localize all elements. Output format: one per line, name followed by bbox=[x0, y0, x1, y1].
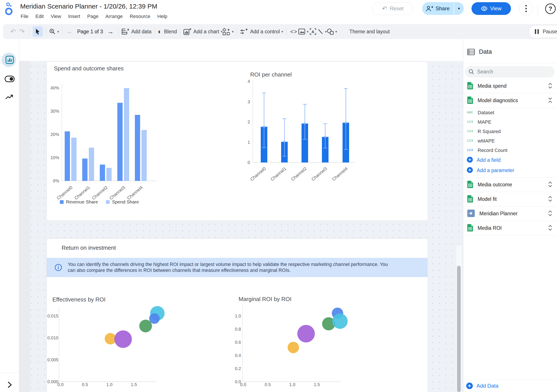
bar-spend-Channel1[interactable] bbox=[89, 147, 94, 181]
community-visualizations-button[interactable]: ▾ bbox=[222, 26, 234, 37]
document-title[interactable]: Meridian Scenario Planner - 1/20/26, 12:… bbox=[20, 3, 157, 10]
data-source-media-outcome[interactable]: Media outcome bbox=[463, 178, 557, 192]
svg-text:0.5: 0.5 bbox=[82, 382, 88, 387]
bubble-effectiveness-by-roi-4[interactable] bbox=[149, 313, 160, 324]
theme-and-layout-button[interactable]: Theme and layout bbox=[349, 29, 390, 35]
menu-view[interactable]: View bbox=[47, 12, 65, 21]
bar-revenue-Channel0[interactable] bbox=[65, 131, 70, 181]
expand-icon[interactable] bbox=[548, 181, 553, 188]
field-r-squared[interactable]: 123R Squared bbox=[463, 127, 557, 136]
previous-page-button[interactable]: ← bbox=[65, 26, 74, 37]
add-a-field-button[interactable]: Add a field bbox=[463, 155, 557, 165]
data-panel: Data Media spendModel diagnosticsABCData… bbox=[463, 39, 557, 392]
search-input[interactable] bbox=[477, 69, 543, 75]
blend-button[interactable]: ◐ Blend bbox=[158, 26, 177, 37]
bubble-marginal-roi-by-roi-4[interactable] bbox=[332, 313, 348, 329]
bar-revenue-Channel3[interactable] bbox=[117, 103, 123, 181]
data-source-media-spend[interactable]: Media spend bbox=[463, 79, 557, 93]
bar-spend-Channel3[interactable] bbox=[124, 88, 129, 181]
bubble-effectiveness-by-roi-1[interactable] bbox=[114, 330, 132, 348]
menu-insert[interactable]: Insert bbox=[65, 12, 84, 21]
undo-button[interactable]: ↶ bbox=[9, 26, 17, 37]
data-source-meridian-planner[interactable]: Meridian Planner bbox=[463, 206, 557, 221]
data-panel-title: Data bbox=[479, 48, 492, 55]
add-a-parameter-button[interactable]: Add a parameter bbox=[463, 165, 557, 176]
add-chart-icon bbox=[183, 28, 191, 35]
bar-revenue-Channel1[interactable] bbox=[82, 158, 88, 181]
sheets-icon bbox=[467, 97, 473, 105]
add-text-button[interactable]: A bbox=[309, 26, 317, 37]
zoom-tool-button[interactable]: ▾ bbox=[49, 26, 59, 37]
data-panel-icon bbox=[467, 48, 475, 56]
legend-item-spend-share[interactable]: Spend Share bbox=[106, 199, 139, 204]
redo-button[interactable]: ↷ bbox=[17, 26, 26, 37]
share-split-button: Share ▾ bbox=[422, 2, 464, 15]
field-wmape[interactable]: 123wMAPE bbox=[463, 136, 557, 146]
field-record-count[interactable]: 123Record Count bbox=[463, 146, 557, 155]
add-shape-button[interactable]: ▾ bbox=[327, 26, 337, 37]
report-view-tool[interactable] bbox=[1, 52, 18, 68]
add-image-button[interactable]: ▾ bbox=[298, 26, 309, 37]
bubble-marginal-roi-by-roi-0[interactable] bbox=[287, 342, 299, 353]
svg-text:0.005: 0.005 bbox=[47, 357, 58, 362]
canvas-scrollbar-thumb[interactable] bbox=[457, 266, 461, 392]
bubble-marginal-roi-by-roi-1[interactable] bbox=[297, 325, 315, 343]
bar-spend-Channel4[interactable] bbox=[141, 130, 147, 181]
embed-url-button[interactable]: <> bbox=[289, 26, 298, 37]
legend-item-revenue-share[interactable]: Revenue Share bbox=[60, 199, 98, 204]
next-page-button[interactable]: → bbox=[106, 26, 115, 37]
add-data-button[interactable]: Add data bbox=[121, 26, 152, 37]
trends-tool[interactable] bbox=[1, 89, 18, 105]
menu-page[interactable]: Page bbox=[84, 12, 102, 21]
plus-circle-icon bbox=[466, 382, 473, 389]
bar-spend-Channel0[interactable] bbox=[71, 138, 76, 181]
bar-spend-Channel2[interactable] bbox=[106, 168, 112, 181]
magnifier-plus-icon bbox=[49, 28, 56, 35]
collapse-icon[interactable] bbox=[548, 97, 553, 104]
menubar: FileEditViewInsertPageArrangeResourceHel… bbox=[17, 12, 171, 21]
view-button[interactable]: View bbox=[471, 2, 511, 15]
reset-button[interactable]: ↶ Reset bbox=[372, 2, 413, 15]
field-label: Dataset bbox=[478, 110, 494, 115]
menu-edit[interactable]: Edit bbox=[32, 12, 47, 21]
menu-help[interactable]: Help bbox=[154, 12, 171, 21]
add-chart-button[interactable]: Add a chart ▾ bbox=[183, 26, 222, 37]
bubble-effectiveness-by-roi-2[interactable] bbox=[139, 320, 152, 332]
expand-rail-button[interactable] bbox=[1, 377, 18, 392]
share-button[interactable]: Share bbox=[422, 2, 454, 15]
data-source-model-diagnostics[interactable]: Model diagnostics bbox=[463, 93, 557, 108]
help-button[interactable]: ? bbox=[545, 3, 556, 14]
fields-list: ABCDataset123MAPE123R Squared123wMAPE123… bbox=[463, 108, 557, 178]
bar-revenue-Channel4[interactable] bbox=[135, 115, 140, 181]
search-box[interactable] bbox=[465, 66, 555, 77]
menu-file[interactable]: File bbox=[17, 12, 32, 21]
report-canvas[interactable]: Spend and outcome shares ROI per channel… bbox=[19, 61, 463, 392]
expand-icon[interactable] bbox=[548, 196, 553, 203]
data-sources-list: Media spendModel diagnosticsABCDataset12… bbox=[463, 79, 557, 236]
charts-card-top[interactable]: Spend and outcome shares ROI per channel… bbox=[47, 61, 428, 221]
share-dropdown-caret[interactable]: ▾ bbox=[454, 2, 464, 15]
add-control-button[interactable]: Add a control ▾ bbox=[240, 26, 283, 37]
add-line-button[interactable]: ▾ bbox=[317, 26, 327, 37]
controls-tool[interactable] bbox=[1, 71, 18, 87]
toolbar-divider bbox=[118, 27, 118, 36]
bar-revenue-Channel2[interactable] bbox=[100, 165, 105, 181]
svg-text:0.8: 0.8 bbox=[235, 327, 241, 332]
pause-updates-button[interactable]: Pause updates bbox=[529, 25, 557, 38]
caret-down-icon: ▾ bbox=[232, 30, 234, 34]
field-dataset[interactable]: ABCDataset bbox=[463, 108, 557, 117]
field-mape[interactable]: 123MAPE bbox=[463, 117, 557, 127]
expand-icon[interactable] bbox=[548, 210, 553, 218]
expand-icon[interactable] bbox=[548, 82, 553, 90]
more-options-button[interactable] bbox=[519, 2, 533, 15]
add-data-bottom-button[interactable]: Add Data bbox=[463, 379, 557, 392]
charts-card-roi[interactable]: Return on investment You can identify th… bbox=[47, 238, 428, 392]
data-source-model-fit[interactable]: Model fit bbox=[463, 192, 557, 206]
menu-resource[interactable]: Resource bbox=[126, 12, 154, 21]
select-tool-button[interactable] bbox=[33, 26, 43, 37]
menu-arrange[interactable]: Arrange bbox=[102, 12, 126, 21]
data-source-media-roi[interactable]: Media ROI bbox=[463, 221, 557, 236]
add-chart-label: Add a chart bbox=[193, 29, 219, 35]
page-indicator[interactable]: Page 1 of 3 bbox=[77, 29, 103, 35]
expand-icon[interactable] bbox=[548, 224, 553, 232]
